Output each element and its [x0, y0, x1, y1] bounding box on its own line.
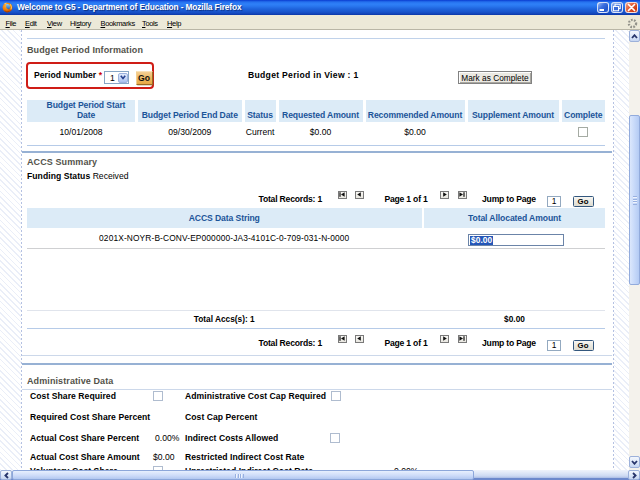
jump-to-page-label: Jump to Page — [482, 338, 536, 348]
previous-page-button[interactable] — [355, 335, 364, 344]
admin-label: Administrative Cost Cap Required — [185, 391, 326, 401]
budget-period-in-view: Budget Period in View : 1 — [248, 70, 358, 80]
minimize-button[interactable] — [597, 2, 609, 13]
throbber-icon — [627, 18, 638, 29]
admin-heading-rule — [22, 389, 612, 390]
menu-label-post: ookmarks — [105, 19, 135, 28]
admin-label: Actual Cost Share Amount — [30, 452, 140, 462]
col-header-total-allocated: Total Allocated Amount — [424, 208, 605, 229]
funding-status-value: Received — [93, 171, 129, 181]
restore-button[interactable] — [611, 2, 623, 13]
top-rule — [27, 38, 605, 40]
col-header-status: Status — [245, 100, 276, 122]
selected-input-text: $0.00 — [470, 236, 493, 245]
col-header-complete: Complete — [562, 100, 606, 122]
jump-to-page-label: Jump to Page — [482, 194, 536, 204]
jump-to-page-input[interactable]: 1 — [547, 196, 561, 207]
menu-label-post: iew — [52, 19, 62, 28]
vertical-scroll-thumb[interactable] — [629, 115, 640, 285]
admin-value: 0.00% — [155, 433, 179, 443]
menu-view[interactable]: View — [47, 19, 62, 29]
page-indicator: Page 1 of 1 — [376, 338, 436, 348]
mark-as-complete-button[interactable]: Mark as Complete — [458, 71, 532, 84]
period-number-select[interactable]: 1 — [104, 71, 129, 84]
menu-history[interactable]: History — [70, 19, 91, 29]
menu-label-post: ools — [145, 19, 157, 28]
admin-label: Cost Cap Percent — [185, 412, 257, 422]
first-page-button[interactable] — [338, 335, 347, 344]
scroll-up-button[interactable] — [629, 30, 640, 42]
period-go-button[interactable]: Go — [136, 71, 153, 85]
firefox-icon — [2, 2, 13, 13]
total-records-label: Total Records: 1 — [240, 194, 322, 204]
last-page-button[interactable] — [458, 335, 467, 344]
complete-checkbox[interactable] — [578, 127, 588, 137]
funding-status-label: Funding Status — [27, 171, 90, 181]
last-page-button[interactable] — [458, 191, 467, 200]
budget-table-bottom-rule — [27, 145, 605, 147]
accs-section-heading: ACCS Summary — [27, 157, 97, 167]
menu-bar: File Edit View History Bookmarks Tools H… — [0, 15, 640, 30]
col-header-requested: Requested Amount — [279, 100, 363, 122]
menu-label-post: tory — [80, 19, 91, 28]
required-asterisk: * — [99, 70, 102, 80]
cell-end-date: 09/30/2009 — [138, 127, 242, 137]
menu-help[interactable]: Help — [167, 19, 181, 29]
accs-section-rule — [22, 151, 612, 153]
menu-bookmarks[interactable]: Bookmarks — [101, 19, 135, 29]
admin-cost-cap-required-checkbox[interactable] — [331, 391, 341, 401]
admin-section-heading: Administrative Data — [27, 376, 113, 386]
scroll-down-button[interactable] — [629, 456, 640, 468]
left-margin-hatch — [0, 30, 21, 470]
admin-label: Restricted Indirect Cost Rate — [185, 452, 304, 462]
admin-label: Indirect Costs Allowed — [185, 433, 278, 443]
col-header-accs-string: ACCS Data String — [27, 208, 422, 229]
admin-value: $0.00 — [153, 452, 175, 462]
total-records-label: Total Records: 1 — [240, 338, 322, 348]
jump-go-button[interactable]: Go — [573, 340, 594, 351]
left-border — [21, 30, 22, 470]
page-content: Budget Period Information Period Number … — [0, 30, 629, 470]
cost-share-required-checkbox[interactable] — [153, 391, 163, 401]
admin-section-rule — [22, 363, 612, 365]
funding-status: Funding Status Received — [27, 171, 128, 181]
title-bar[interactable]: Welcome to G5 - Department of Education … — [0, 0, 640, 15]
menu-label-post: dit — [30, 19, 37, 28]
scroll-left-button[interactable] — [0, 470, 12, 480]
previous-page-button[interactable] — [355, 191, 364, 200]
period-select-value: 1 — [110, 73, 115, 83]
admin-label: Actual Cost Share Percent — [30, 433, 139, 443]
accs-total-amount: $0.00 — [424, 314, 605, 324]
right-margin-hatch — [614, 30, 629, 470]
cell-status: Current — [245, 127, 276, 137]
page-indicator: Page 1 of 1 — [376, 194, 436, 204]
jump-to-page-input[interactable]: 1 — [547, 340, 561, 351]
window-title: Welcome to G5 - Department of Education … — [17, 1, 241, 14]
pagination-bottom-rule — [22, 355, 612, 356]
browser-window: Welcome to G5 - Department of Education … — [0, 0, 640, 480]
select-dropdown-arrow-icon[interactable] — [118, 73, 128, 83]
menu-file[interactable]: File — [6, 19, 17, 29]
first-page-button[interactable] — [338, 191, 347, 200]
horizontal-scrollbar[interactable] — [0, 470, 640, 480]
menu-tools[interactable]: Tools — [142, 19, 158, 29]
indirect-costs-allowed-checkbox[interactable] — [330, 433, 340, 443]
col-header-start-date: Budget Period Start Date — [27, 100, 135, 122]
menu-edit[interactable]: Edit — [25, 19, 37, 29]
vertical-scrollbar[interactable] — [629, 30, 640, 470]
cell-accs-string: 0201X-NOYR-B-CONV-EP000000-JA3-4101C-0-7… — [27, 233, 422, 243]
jump-go-button[interactable]: Go — [573, 196, 594, 207]
accs-table-bottom-rule — [27, 328, 605, 330]
cell-recommended: $0.00 — [366, 127, 465, 137]
col-header-supplement: Supplement Amount — [468, 100, 559, 122]
close-button[interactable] — [625, 2, 638, 13]
cell-requested: $0.00 — [279, 127, 363, 137]
menu-label-post: elp — [172, 19, 181, 28]
budget-section-heading: Budget Period Information — [27, 45, 143, 55]
next-page-button[interactable] — [440, 335, 449, 344]
next-page-button[interactable] — [440, 191, 449, 200]
total-allocated-input[interactable]: $0.00 — [468, 234, 564, 246]
accs-total-label: Total Accs(s): 1 — [27, 314, 422, 324]
scroll-right-button[interactable] — [628, 470, 640, 480]
horizontal-scroll-thumb[interactable] — [12, 470, 474, 480]
